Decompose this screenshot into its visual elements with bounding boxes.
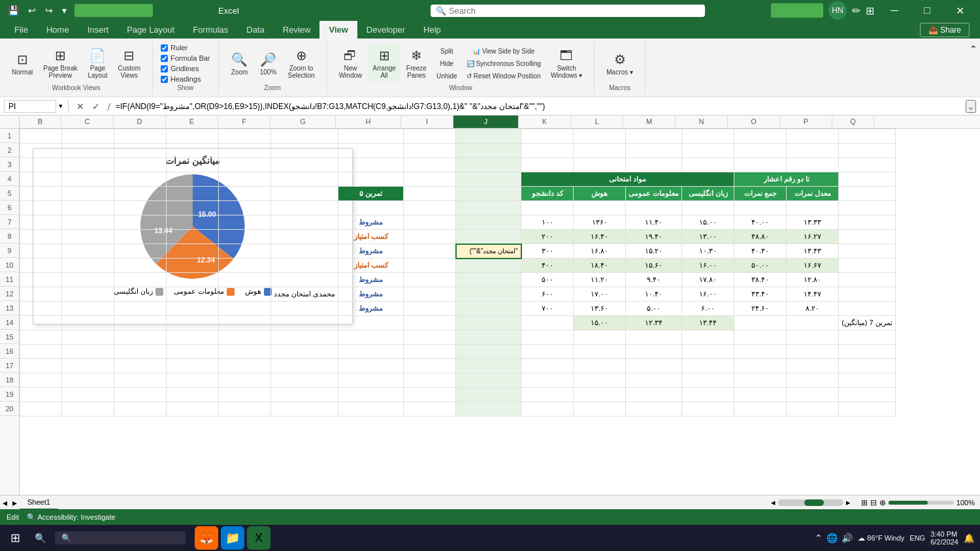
cell-modal-header[interactable]: معدل نمرات — [787, 187, 839, 201]
cell-f8[interactable] — [219, 230, 271, 244]
cell-o16[interactable] — [734, 345, 787, 359]
cell-g5[interactable] — [271, 187, 338, 201]
cell-l15[interactable] — [574, 330, 626, 345]
cell-j7[interactable] — [456, 215, 521, 230]
cell-m2[interactable] — [626, 144, 682, 158]
cell-l2[interactable] — [574, 144, 626, 158]
headings-checkbox[interactable] — [161, 76, 168, 83]
minimize-button[interactable]: ─ — [879, 0, 909, 21]
cell-f11[interactable] — [219, 273, 271, 287]
cell-q11[interactable] — [839, 273, 896, 287]
arrange-all-button[interactable]: ⊞ ArrangeAll — [368, 45, 400, 82]
cell-c14[interactable] — [62, 316, 114, 330]
tab-help[interactable]: Help — [414, 21, 450, 39]
undo-button[interactable]: ↩ — [25, 4, 39, 17]
cell-m3[interactable] — [626, 158, 682, 172]
cell-g14[interactable] — [271, 316, 338, 330]
cell-n6[interactable] — [682, 201, 734, 215]
cell-l9[interactable]: ۱۶.۸۰ — [574, 244, 626, 259]
cell-c12[interactable] — [62, 287, 114, 302]
cell-m9[interactable]: ۱۵.۲۰ — [626, 244, 682, 259]
cell-j16[interactable] — [456, 345, 521, 359]
cell-q3[interactable] — [839, 158, 896, 172]
cell-k2[interactable] — [521, 144, 574, 158]
row-10[interactable]: 10 — [0, 258, 19, 272]
cell-f14[interactable] — [219, 316, 271, 330]
cell-i17[interactable] — [404, 359, 456, 373]
col-h[interactable]: H — [336, 116, 401, 128]
customize-button[interactable]: ✏ — [852, 5, 860, 17]
reset-window-button[interactable]: ↺ Reset Window Position — [463, 71, 544, 82]
cell-j8[interactable] — [456, 230, 521, 244]
cell-e8[interactable] — [167, 230, 219, 244]
cell-d9[interactable] — [114, 244, 167, 259]
sheet-nav-left[interactable]: ◂ — [0, 497, 10, 508]
name-box-arrow[interactable]: ▾ — [59, 102, 63, 110]
cell-m7[interactable]: ۱۱.۴۰ — [626, 215, 682, 230]
cell-o10[interactable]: ۵۰.۰۰ — [734, 259, 787, 273]
cell-n8[interactable]: ۱۳.۰۰ — [682, 230, 734, 244]
cell-n3[interactable] — [682, 158, 734, 172]
cell-c20[interactable] — [62, 402, 114, 417]
cell-f2[interactable] — [219, 144, 271, 158]
cell-h9[interactable]: مشروط — [338, 244, 404, 259]
tab-file[interactable]: File — [5, 21, 37, 39]
cell-f19[interactable] — [219, 388, 271, 402]
cell-e3[interactable] — [167, 158, 219, 172]
cell-l20[interactable] — [574, 402, 626, 417]
cell-g4[interactable] — [271, 172, 338, 187]
cell-i2[interactable] — [404, 144, 456, 158]
cell-e12[interactable] — [167, 287, 219, 302]
cell-q14[interactable]: تمرین 7 (میانگین) — [839, 316, 896, 330]
zoom-button[interactable]: 🔍 Zoom — [227, 49, 253, 78]
cell-j2[interactable] — [456, 144, 521, 158]
cell-l17[interactable] — [574, 359, 626, 373]
cell-j19[interactable] — [456, 388, 521, 402]
maximize-button[interactable]: □ — [912, 0, 942, 21]
cell-i5[interactable] — [404, 187, 456, 201]
cell-j12[interactable] — [456, 287, 521, 302]
cell-n17[interactable] — [682, 359, 734, 373]
cell-j15[interactable] — [456, 330, 521, 345]
cell-e11[interactable] — [167, 273, 219, 287]
cell-b12[interactable] — [20, 287, 62, 302]
cell-g19[interactable] — [271, 388, 338, 402]
cell-b3[interactable] — [20, 158, 62, 172]
zoom-grid-button[interactable]: ⊞ — [861, 498, 868, 507]
cell-k7[interactable]: ۱۰۰ — [521, 215, 574, 230]
cell-d4[interactable] — [114, 172, 167, 187]
cell-p10[interactable]: ۱۶.۶۷ — [787, 259, 839, 273]
cell-o6[interactable] — [734, 201, 787, 215]
cell-o18[interactable] — [734, 373, 787, 388]
row-3[interactable]: 3 — [0, 157, 19, 172]
cell-j14[interactable] — [456, 316, 521, 330]
row-17[interactable]: 17 — [0, 358, 19, 373]
new-window-button[interactable]: 🗗 NewWindow — [335, 46, 367, 82]
cell-m15[interactable] — [626, 330, 682, 345]
cell-d17[interactable] — [114, 359, 167, 373]
cell-q17[interactable] — [839, 359, 896, 373]
normal-view-button[interactable]: ⊡ Normal — [8, 49, 37, 78]
cell-i18[interactable] — [404, 373, 456, 388]
col-g[interactable]: G — [270, 116, 336, 128]
chevron-up-icon[interactable]: ⌃ — [815, 533, 823, 543]
col-d[interactable]: D — [114, 116, 166, 128]
cell-i7[interactable] — [404, 215, 456, 230]
profile-button[interactable]: HN — [828, 1, 847, 20]
cell-p8[interactable]: ۱۶.۲۷ — [787, 230, 839, 244]
macros-button[interactable]: ⚙ Macros ▾ — [602, 49, 637, 78]
cell-b8[interactable] — [20, 230, 62, 244]
cell-n14-avg[interactable]: ۱۳.۴۴ — [682, 316, 734, 330]
sheet-tab-active[interactable]: Sheet1 — [20, 496, 58, 510]
cell-l1[interactable] — [574, 129, 626, 144]
cell-j4[interactable] — [456, 172, 521, 187]
sync-scrolling-button[interactable]: 🔃 Synchronous Scrolling — [463, 58, 544, 69]
cell-k16[interactable] — [521, 345, 574, 359]
row-11[interactable]: 11 — [0, 272, 19, 287]
firefox-taskbar[interactable]: 🦊 — [195, 526, 218, 550]
cell-c11[interactable] — [62, 273, 114, 287]
cell-d10[interactable] — [114, 259, 167, 273]
cell-i10[interactable] — [404, 259, 456, 273]
formula-bar-checkbox[interactable] — [161, 55, 168, 62]
cell-q1[interactable] — [839, 129, 896, 144]
